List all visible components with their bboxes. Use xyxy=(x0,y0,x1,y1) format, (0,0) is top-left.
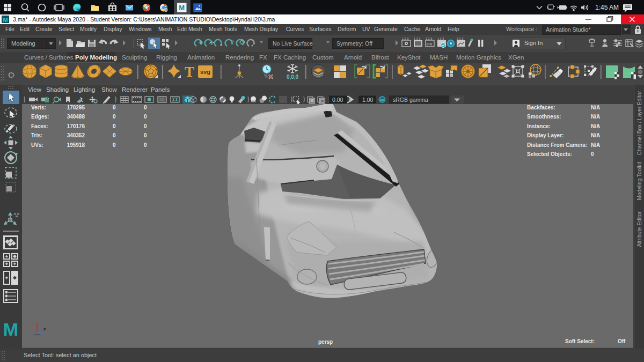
svg-text:1 2 3: 1 2 3 xyxy=(414,37,420,40)
svg-text:1.00: 1.00 xyxy=(362,97,374,103)
svg-text:ON: ON xyxy=(380,98,384,101)
svg-text:T: T xyxy=(185,64,194,80)
svg-text:0.00: 0.00 xyxy=(332,97,343,103)
svg-text:IPR: IPR xyxy=(427,42,433,46)
svg-text:1 2 3: 1 2 3 xyxy=(437,37,444,40)
svg-text:1 2 3: 1 2 3 xyxy=(426,37,432,40)
svg-text:M: M xyxy=(3,319,18,339)
svg-text:M: M xyxy=(3,17,8,23)
svg-text:svg: svg xyxy=(200,69,210,75)
svg-text:x: x xyxy=(43,327,46,331)
svg-text:1:45 AM: 1:45 AM xyxy=(595,4,619,11)
svg-text:sRGB gamma: sRGB gamma xyxy=(393,97,428,103)
svg-text:M: M xyxy=(179,4,185,12)
svg-text:1 2 3: 1 2 3 xyxy=(457,37,463,40)
svg-text:0,0,0: 0,0,0 xyxy=(287,74,299,80)
svg-text:1 2 3: 1 2 3 xyxy=(402,37,408,40)
